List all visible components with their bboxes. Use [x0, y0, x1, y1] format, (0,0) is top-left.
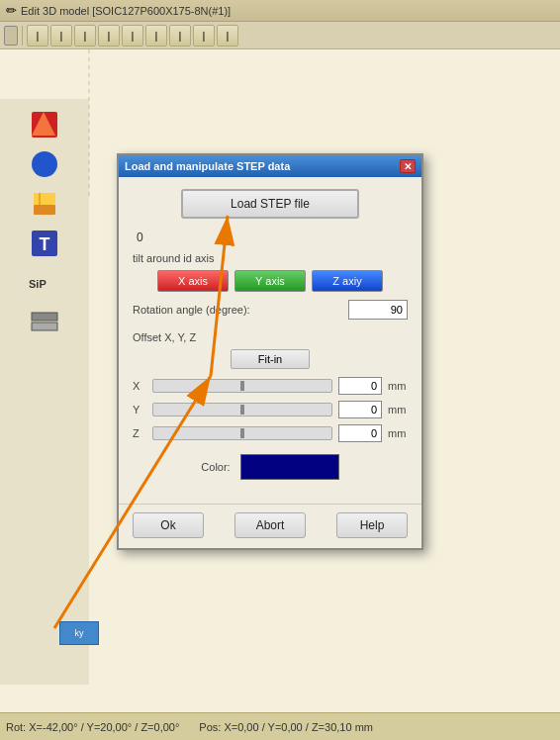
layer-tool[interactable]	[27, 305, 62, 340]
z-axis-row: Z mm	[133, 424, 408, 442]
toolbar-btn-7[interactable]: |	[169, 25, 191, 46]
offset-title: Offset X, Y, Z	[133, 331, 408, 343]
y-value-input[interactable]	[338, 401, 382, 418]
abort-button[interactable]: Abort	[234, 512, 306, 538]
dialog-titlebar: Load and manipulate STEP data ✕	[119, 155, 421, 177]
dialog-body: Load STEP file 0 tilt around id axis X a…	[119, 177, 421, 504]
left-sidebar: T SiP ky	[0, 99, 89, 685]
dialog-footer: Ok Abort Help	[119, 504, 421, 548]
toolbar-button-1[interactable]	[4, 26, 18, 46]
svg-marker-18	[34, 193, 55, 205]
fit-in-button[interactable]: Fit-in	[231, 349, 310, 369]
x-value-input[interactable]	[338, 377, 382, 395]
toolbar: | | | | | | | | |	[0, 22, 560, 49]
x-mm-label: mm	[388, 380, 408, 392]
yellow-pen-tool[interactable]	[27, 186, 62, 222]
status-rotation: Rot: X=-42,00° / Y=20,00° / Z=0,00°	[6, 721, 179, 733]
z-value-input[interactable]	[338, 424, 382, 442]
z-slider[interactable]	[152, 426, 332, 440]
dialog-load-step[interactable]: Load and manipulate STEP data ✕ Load STE…	[117, 153, 423, 550]
y-axis-button[interactable]: Y axis	[234, 270, 306, 292]
tilt-label: tilt around id axis	[133, 252, 408, 264]
blue-circle-tool[interactable]	[27, 146, 62, 182]
sip-tool[interactable]: SiP	[27, 265, 62, 301]
rotation-input[interactable]	[348, 300, 408, 320]
red-square-tool[interactable]	[27, 107, 62, 142]
toolbar-btn-2[interactable]: |	[50, 25, 72, 46]
toolbar-btn-3[interactable]: |	[74, 25, 96, 46]
axis-buttons-group: X axis Y axis Z axiy	[133, 270, 408, 292]
color-label: Color:	[201, 461, 230, 473]
x-axis-row: X mm	[133, 377, 408, 395]
ok-button[interactable]: Ok	[133, 512, 204, 538]
x-slider[interactable]	[152, 379, 332, 393]
toolbar-btn-9[interactable]: |	[217, 25, 238, 46]
rotation-row: Rotation angle (degree):	[133, 300, 408, 320]
toolbar-btn-1[interactable]: |	[27, 25, 48, 46]
toolbar-btn-6[interactable]: |	[145, 25, 167, 46]
status-position: Pos: X=0,00 / Y=0,00 / Z=30,10 mm	[199, 721, 373, 733]
rotation-label: Rotation angle (degree):	[133, 304, 340, 316]
y-slider[interactable]	[152, 403, 332, 416]
svg-text:SiP: SiP	[29, 278, 47, 290]
status-bar: Rot: X=-42,00° / Y=20,00° / Z=0,00° Pos:…	[0, 712, 560, 740]
title-icon: ✏	[6, 3, 17, 18]
offset-section: Offset X, Y, Z Fit-in X mm Y	[133, 331, 408, 442]
x-label: X	[133, 380, 146, 392]
svg-point-16	[32, 151, 57, 177]
svg-rect-23	[32, 313, 57, 321]
svg-rect-24	[32, 323, 57, 330]
toolbar-btn-4[interactable]: |	[98, 25, 120, 46]
y-axis-row: Y mm	[133, 401, 408, 418]
y-mm-label: mm	[388, 404, 408, 416]
window-title: Edit 3D model [SOIC127P600X175-8N(#1)]	[21, 5, 554, 17]
dialog-title: Load and manipulate STEP data	[125, 160, 290, 172]
x-axis-button[interactable]: X axis	[157, 270, 229, 292]
toolbar-btn-5[interactable]: |	[122, 25, 143, 46]
z-axis-button[interactable]: Z axiy	[312, 270, 383, 292]
z-mm-label: mm	[388, 427, 408, 439]
value-display: 0	[133, 231, 408, 244]
load-step-button[interactable]: Load STEP file	[181, 189, 359, 219]
toolbar-separator	[22, 26, 23, 46]
toolbar-btn-8[interactable]: |	[193, 25, 215, 46]
title-bar: ✏ Edit 3D model [SOIC127P600X175-8N(#1)]	[0, 0, 560, 22]
bottom-tool-bar[interactable]: ky	[59, 621, 99, 645]
help-button[interactable]: Help	[336, 512, 408, 538]
dialog-close-button[interactable]: ✕	[400, 159, 416, 173]
color-swatch[interactable]	[240, 454, 339, 480]
svg-rect-17	[34, 205, 55, 215]
svg-text:T: T	[40, 234, 50, 254]
z-label: Z	[133, 427, 146, 439]
y-label: Y	[133, 404, 146, 416]
text-tool[interactable]: T	[27, 226, 62, 261]
color-row: Color:	[133, 454, 408, 480]
